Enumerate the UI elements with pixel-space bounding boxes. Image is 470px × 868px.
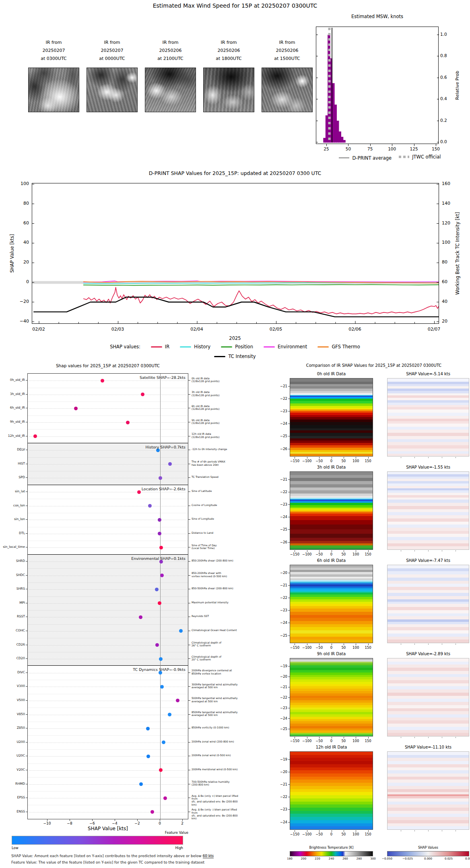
heatmap-xtick-mark: [307, 737, 307, 738]
bt-colorbar-tick: 240: [327, 857, 336, 860]
histogram-legend-item: JTWC official: [399, 154, 441, 160]
heatmap-xtick-label: 50: [337, 552, 350, 556]
heatmap-xtick-label: −150: [288, 459, 301, 463]
heatmap-xtick-label: 150: [362, 832, 375, 836]
dot-xtick-label: 2: [176, 821, 188, 825]
shap-dot-12h_old_IR: [33, 434, 37, 438]
histogram-xtick-label: 25: [320, 146, 332, 151]
heatmap-xtick-mark: [332, 550, 332, 552]
legend-label: IR: [165, 344, 169, 350]
heatmap-ytick-mark: [288, 677, 290, 677]
heatmap-ytick-mark: [288, 492, 290, 492]
ir-image-caption: IR from20250207at 0000UTC: [87, 39, 138, 63]
shap-dot-RSST: [139, 615, 142, 619]
ts-xtick-label: 02/03: [106, 327, 130, 332]
ir-data-heatmap: [290, 751, 373, 830]
heatmap-ytick-label: −22: [278, 695, 287, 699]
heatmap-ytick-mark: [288, 504, 290, 505]
shap-value-heatmap: [387, 751, 469, 830]
ir-caption-line: 20250207: [28, 47, 79, 55]
shap-value-title: SHAP Value=-11.10 kts: [387, 745, 469, 749]
dot-xtick-label: −4: [109, 821, 121, 825]
ir-caption-line: at 2100UTC: [145, 55, 196, 63]
heatmap-ytick-label: −26: [278, 447, 287, 451]
ir-caption-line: IR from: [203, 39, 254, 47]
feature-value-high-label: High: [103, 846, 183, 850]
footnote-line1-text: SHAP Value: Amount each feature [listed …: [11, 854, 203, 858]
ts-legend-item: History: [180, 344, 210, 350]
heatmap-xtick-mark: [356, 737, 356, 738]
heatmap-ytick-label: −21: [278, 477, 287, 481]
ir-caption-line: IR from: [28, 39, 79, 47]
ts-legend-item: GFS Thermo: [317, 344, 360, 350]
heatmap-xtick-mark: [368, 830, 369, 832]
shap-heatmap-tick: [414, 644, 415, 645]
heatmap-ytick-mark: [288, 784, 290, 785]
histogram-xtick-label: 50: [342, 146, 354, 151]
ir-data-heatmap: [290, 565, 373, 643]
shap-colorbar: [387, 851, 469, 856]
shap-colorbar-label: SHAP Values: [387, 846, 469, 849]
shap-heatmap-tick: [428, 457, 429, 458]
histogram-xticks: 255075100125150: [310, 12, 470, 163]
ir-satellite-image: [145, 68, 196, 112]
ir-satellite-image: [262, 68, 313, 112]
heatmap-xtick-mark: [307, 550, 307, 552]
heatmap-xtick-label: −100: [301, 459, 313, 463]
heatmap-ytick-label: −24: [278, 820, 287, 824]
heatmap-xtick-mark: [295, 737, 295, 738]
legend-swatch: [339, 158, 349, 158]
feature-value-colorbar-title: Feature Value: [108, 831, 188, 835]
heatmap-xtick-label: 100: [349, 459, 362, 463]
figure-page: { "main_title": "Estimated Max Wind Spee…: [0, 0, 470, 868]
shap-colorbar-tick: 0.000: [421, 857, 435, 860]
ir-data-title: 0h old IR Data: [290, 372, 373, 376]
shap-dot-U20C: [146, 755, 150, 758]
dotplot-xticks: −10−8−6−4−202: [0, 360, 241, 831]
legend-label: Environment: [278, 344, 307, 350]
heatmap-xtick-label: 50: [337, 646, 350, 650]
legend-swatch: [151, 346, 162, 348]
shap-heatmap-tick: [442, 644, 442, 645]
shap-colorbar-tick: 0.025: [441, 857, 456, 860]
bt-colorbar-label: Brightness Temperature [K]: [290, 846, 373, 849]
dot-xtick-label: −2: [131, 821, 143, 825]
ir-data-title: 12h old IR Data: [290, 745, 373, 749]
comparison-rows: 0h old IR DataSHAP Value=-5.14 kts−21−22…: [278, 360, 470, 843]
shap-value-title: SHAP Value=-2.89 kts: [387, 652, 469, 656]
heatmap-xtick-label: 0: [325, 739, 338, 743]
shap-heatmap-tick: [414, 457, 415, 458]
ir-image-caption: IR from20250207at 0300UTC: [28, 39, 79, 63]
ir-thumbnail-strip: IR from20250207at 0300UTCIR from20250207…: [0, 0, 310, 121]
heatmap-xtick-label: −150: [288, 832, 301, 836]
shap-dot-SHDC: [160, 574, 164, 577]
shap-heatmap-tick: [428, 644, 429, 645]
shap-colorbar-ticks: −0.050−0.0250.0000.0250.050: [387, 857, 469, 863]
shap-dot-EPSS: [163, 796, 167, 800]
zero-line: [160, 374, 161, 819]
ir-caption-line: 20250206: [145, 47, 196, 55]
dot-xtick-mark: [115, 819, 115, 821]
heatmap-ytick-mark: [288, 529, 290, 530]
heatmap-xtick-label: 50: [337, 459, 350, 463]
legend-label: Position: [235, 344, 253, 350]
histogram-xtick-label: 100: [386, 146, 398, 151]
heatmap-ytick-mark: [288, 759, 290, 760]
heatmap-xtick-label: 0: [325, 832, 338, 836]
ts-xtick-label: 02/07: [422, 327, 446, 332]
heatmap-ytick-label: −24: [278, 621, 287, 625]
shap-dot-3h_old_IR: [141, 393, 144, 396]
heatmap-xtick-mark: [319, 830, 320, 832]
shap-colorbar-tick: −0.025: [400, 857, 415, 860]
shap-heatmap-tick: [442, 737, 442, 738]
dot-xtick-mark: [182, 819, 183, 821]
ir-caption-line: at 0300UTC: [28, 55, 79, 63]
histogram-xtick-label: 75: [364, 146, 376, 151]
histogram-xtick-mark: [370, 144, 371, 146]
shap-dotplot: Shap values for 2025_15P at 20250207 030…: [0, 360, 241, 868]
shap-dot-sin_lon: [158, 518, 161, 522]
heatmap-xtick-mark: [332, 830, 332, 832]
ir-data-heatmap: [290, 378, 373, 457]
heatmap-ytick-mark: [288, 386, 290, 387]
timeseries-xlabel: 2025: [0, 335, 470, 341]
